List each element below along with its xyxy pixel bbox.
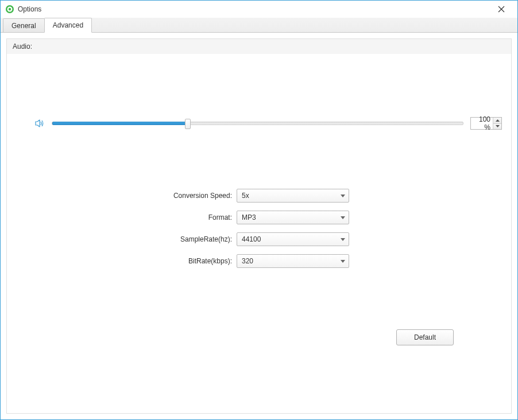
row-bit-rate: BitRate(kbps): 320 [7, 250, 511, 272]
chevron-down-icon [337, 233, 349, 246]
svg-point-2 [9, 8, 11, 10]
default-button[interactable]: Default [396, 329, 454, 345]
label-conversion-speed: Conversion Speed: [7, 192, 237, 200]
tab-general-label: General [11, 22, 36, 30]
speaker-icon [34, 118, 45, 129]
tab-general[interactable]: General [3, 18, 45, 32]
tab-advanced[interactable]: Advanced [44, 18, 92, 33]
form-area: Conversion Speed: 5x Format: MP3 [7, 185, 511, 272]
chevron-down-icon [337, 255, 349, 267]
combo-conversion-speed-value: 5x [237, 192, 337, 200]
close-button[interactable] [490, 2, 513, 16]
window-title: Options [18, 5, 41, 13]
audio-panel: Audio: 100 % [6, 38, 512, 414]
row-format: Format: MP3 [7, 207, 511, 228]
label-sample-rate: SampleRate(hz): [7, 235, 237, 243]
audio-section-label: Audio: [7, 39, 511, 54]
combo-sample-rate[interactable]: 44100 [237, 232, 349, 246]
combo-bit-rate[interactable]: 320 [237, 254, 349, 268]
combo-sample-rate-value: 44100 [237, 235, 337, 243]
volume-slider-thumb[interactable] [185, 119, 191, 129]
combo-conversion-speed[interactable]: 5x [237, 189, 349, 203]
volume-value: 100 % [471, 115, 493, 131]
tab-bar: General Advanced [1, 18, 517, 33]
window-titlebar: Options [1, 1, 517, 18]
combo-bit-rate-value: 320 [237, 257, 337, 265]
combo-format[interactable]: MP3 [237, 211, 349, 224]
label-bit-rate: BitRate(kbps): [7, 257, 237, 265]
volume-spinner [493, 118, 501, 129]
volume-slider-fill [52, 122, 188, 125]
content-area: Audio: 100 % [1, 33, 517, 419]
row-conversion-speed: Conversion Speed: 5x [7, 185, 511, 207]
tab-advanced-label: Advanced [53, 21, 83, 29]
volume-row: 100 % [34, 117, 502, 130]
volume-spin-down[interactable] [493, 124, 501, 130]
label-format: Format: [7, 213, 237, 221]
chevron-down-icon [337, 189, 349, 202]
panel-inner: 100 % Conversion Speed: 5x [7, 54, 511, 413]
app-icon [5, 5, 14, 14]
combo-format-value: MP3 [237, 213, 337, 221]
row-sample-rate: SampleRate(hz): 44100 [7, 228, 511, 250]
volume-spin-up[interactable] [493, 118, 501, 124]
volume-spinbox[interactable]: 100 % [470, 117, 502, 130]
default-button-label: Default [414, 333, 436, 341]
chevron-down-icon [337, 211, 349, 224]
volume-slider[interactable] [52, 122, 463, 125]
